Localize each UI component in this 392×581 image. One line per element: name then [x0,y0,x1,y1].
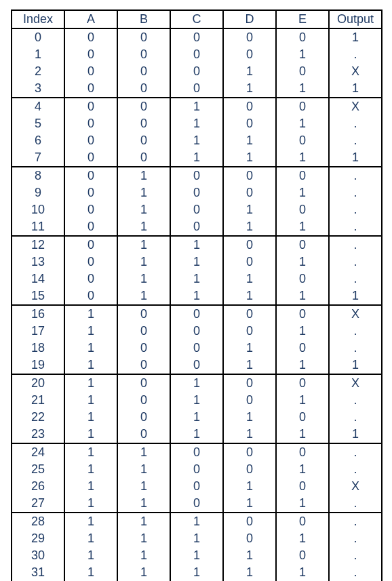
cell-c: 1 [170,547,223,564]
cell-index: 28 [12,513,64,530]
table-row: 23101111 [12,426,382,443]
cell-d: 0 [223,392,276,409]
cell-e: 1 [276,323,329,340]
cell-d: 0 [223,98,276,115]
cell-index: 2 [12,63,64,80]
table-row: 100001. [12,46,382,63]
cell-c: 0 [170,443,223,461]
cell-c: 0 [170,80,223,98]
cell-d: 1 [223,132,276,149]
cell-index: 10 [12,201,64,218]
cell-b: 1 [117,547,170,564]
table-row: 3011110. [12,547,382,564]
cell-c: 0 [170,461,223,478]
cell-a: 0 [64,201,117,218]
cell-b: 1 [117,201,170,218]
cell-a: 1 [64,461,117,478]
table-row: 2411000. [12,443,382,461]
cell-a: 1 [64,305,117,323]
cell-b: 0 [117,63,170,80]
cell-b: 1 [117,564,170,581]
cell-c: 0 [170,340,223,357]
cell-c: 1 [170,254,223,271]
cell-a: 1 [64,443,117,461]
cell-e: 1 [276,287,329,305]
cell-d: 0 [223,115,276,132]
cell-e: 1 [276,530,329,547]
cell-d: 0 [223,46,276,63]
cell-b: 1 [117,184,170,201]
cell-output: 1 [329,28,382,46]
cell-d: 0 [223,28,276,46]
cell-b: 1 [117,167,170,184]
cell-d: 1 [223,340,276,357]
cell-index: 21 [12,392,64,409]
cell-output: . [329,392,382,409]
cell-d: 1 [223,564,276,581]
col-header-d: D [223,10,276,28]
cell-a: 1 [64,374,117,392]
cell-e: 0 [276,28,329,46]
cell-d: 1 [223,426,276,443]
cell-d: 0 [223,530,276,547]
cell-index: 31 [12,564,64,581]
cell-output: . [329,443,382,461]
cell-a: 0 [64,132,117,149]
cell-output: X [329,63,382,80]
cell-index: 14 [12,271,64,287]
cell-a: 1 [64,357,117,374]
cell-b: 0 [117,409,170,426]
cell-output: . [329,340,382,357]
cell-b: 1 [117,287,170,305]
cell-d: 1 [223,149,276,167]
cell-a: 0 [64,46,117,63]
cell-output: . [329,530,382,547]
table-row: 2511001. [12,461,382,478]
cell-b: 0 [117,340,170,357]
cell-e: 0 [276,513,329,530]
table-row: 801000. [12,167,382,184]
cell-b: 0 [117,132,170,149]
cell-e: 1 [276,184,329,201]
cell-c: 0 [170,323,223,340]
cell-index: 27 [12,495,64,513]
cell-e: 1 [276,80,329,98]
cell-a: 1 [64,478,117,495]
cell-a: 1 [64,495,117,513]
cell-d: 0 [223,443,276,461]
table-row: 3111111. [12,564,382,581]
cell-d: 1 [223,80,276,98]
cell-c: 1 [170,374,223,392]
cell-output: . [329,46,382,63]
cell-c: 1 [170,132,223,149]
cell-a: 0 [64,184,117,201]
cell-e: 1 [276,46,329,63]
cell-b: 1 [117,236,170,254]
cell-output: 1 [329,287,382,305]
table-row: 2711011. [12,495,382,513]
cell-e: 0 [276,271,329,287]
cell-b: 0 [117,305,170,323]
cell-e: 0 [276,201,329,218]
cell-index: 1 [12,46,64,63]
cell-b: 1 [117,530,170,547]
cell-output: . [329,132,382,149]
cell-d: 0 [223,513,276,530]
table-row: 600110. [12,132,382,149]
cell-b: 1 [117,495,170,513]
cell-e: 0 [276,167,329,184]
cell-c: 1 [170,409,223,426]
cell-b: 1 [117,461,170,478]
cell-output: . [329,323,382,340]
truth-table-wrapper: Index A B C D E Output 0000001100001.200… [0,0,392,581]
cell-e: 0 [276,305,329,323]
cell-b: 0 [117,28,170,46]
cell-index: 12 [12,236,64,254]
cell-index: 0 [12,28,64,46]
cell-b: 0 [117,426,170,443]
cell-index: 5 [12,115,64,132]
cell-b: 0 [117,392,170,409]
cell-d: 0 [223,167,276,184]
cell-b: 1 [117,478,170,495]
cell-d: 1 [223,271,276,287]
